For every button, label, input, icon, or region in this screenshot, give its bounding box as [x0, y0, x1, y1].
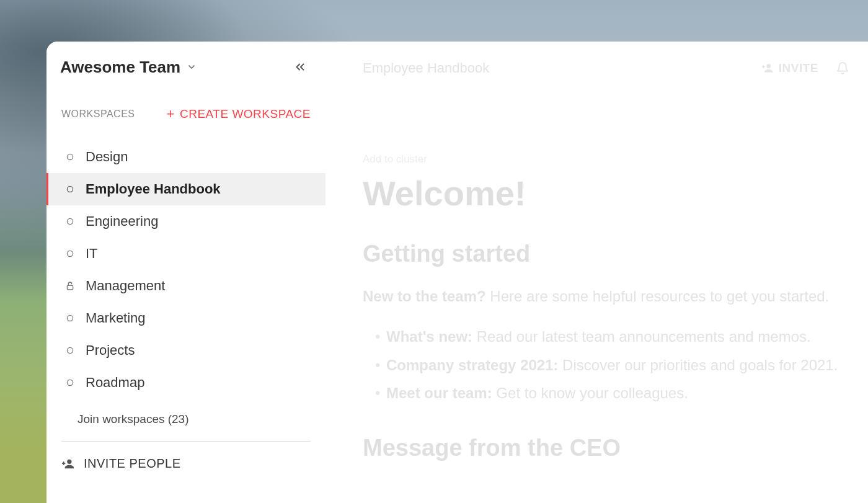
section-heading-getting-started: Getting started: [363, 241, 849, 267]
workspace-item-engineering[interactable]: Engineering: [46, 205, 326, 238]
workspace-item-roadmap[interactable]: Roadmap: [46, 367, 326, 399]
list-item-text[interactable]: Get to know your colleagues.: [492, 385, 688, 401]
workspace-label: Marketing: [86, 310, 146, 326]
top-bar: Employee Handbook INVITE: [363, 51, 849, 85]
join-workspaces-text: Join workspaces (23): [78, 412, 189, 425]
workspace-item-employee-handbook[interactable]: Employee Handbook: [46, 173, 326, 205]
invite-button[interactable]: INVITE: [761, 61, 818, 75]
top-actions: INVITE: [761, 61, 849, 75]
list-item-text[interactable]: Read our latest team announcements and m…: [472, 328, 811, 345]
list-item-lead: Meet our team:: [386, 385, 492, 401]
collapse-sidebar-button[interactable]: [290, 56, 311, 78]
team-name: Awesome Team: [60, 58, 180, 77]
workspace-label: Projects: [86, 342, 135, 358]
intro-bold: New to the team?: [363, 288, 486, 305]
svg-point-8: [67, 459, 71, 463]
main-content: Employee Handbook INVITE: [326, 42, 868, 503]
add-to-cluster-button[interactable]: Add to cluster: [363, 153, 849, 166]
invite-people-label: INVITE PEOPLE: [84, 456, 181, 471]
svg-point-1: [67, 186, 73, 192]
workspace-list: Design Employee Handbook Engineering IT: [46, 141, 326, 399]
lock-icon: [64, 280, 76, 292]
circle-icon: [64, 216, 76, 227]
workspace-label: Roadmap: [86, 375, 144, 391]
circle-icon: [64, 151, 76, 162]
join-workspaces-link[interactable]: Join workspaces (23): [46, 403, 326, 437]
workspace-label: IT: [86, 246, 98, 262]
workspaces-bar: WORKSPACES + CREATE WORKSPACE: [46, 89, 326, 128]
list-item: What's new: Read our latest team announc…: [375, 323, 849, 351]
chevron-down-icon: [187, 62, 197, 72]
notifications-button[interactable]: [836, 61, 849, 75]
team-switcher[interactable]: Awesome Team: [60, 58, 197, 77]
person-add-icon: [761, 62, 774, 74]
bell-icon: [836, 61, 849, 75]
workspace-label: Employee Handbook: [86, 181, 221, 197]
svg-rect-4: [67, 285, 73, 290]
workspace-label: Management: [86, 278, 165, 294]
workspace-item-it[interactable]: IT: [46, 238, 326, 270]
breadcrumb[interactable]: Employee Handbook: [363, 60, 489, 76]
document: Add to cluster Welcome! Getting started …: [363, 85, 849, 461]
svg-point-0: [67, 154, 73, 159]
intro-paragraph: New to the team? Here are some helpful r…: [363, 285, 849, 308]
workspace-item-projects[interactable]: Projects: [46, 334, 326, 367]
svg-point-5: [67, 315, 73, 321]
svg-point-6: [67, 347, 73, 353]
circle-icon: [64, 184, 76, 195]
circle-icon: [64, 248, 76, 259]
workspace-label: Engineering: [86, 213, 158, 229]
list-item: Company strategy 2021: Discover our prio…: [375, 351, 849, 380]
workspace-label: Design: [86, 149, 128, 165]
plus-icon: +: [167, 107, 175, 121]
svg-point-2: [67, 218, 73, 224]
svg-point-9: [766, 64, 771, 68]
workspace-item-marketing[interactable]: Marketing: [46, 302, 326, 334]
list-item-text[interactable]: Discover our priorities and goals for 20…: [558, 357, 838, 373]
circle-icon: [64, 377, 76, 388]
sidebar-header: Awesome Team: [46, 49, 326, 89]
invite-label: INVITE: [779, 61, 818, 75]
main-area: Employee Handbook INVITE: [326, 42, 868, 503]
workspace-item-management[interactable]: Management: [46, 270, 326, 302]
intro-rest: Here are some helpful resources to get y…: [486, 288, 830, 305]
sidebar: Awesome Team WORKSPACES + CREATE WORKSPA…: [46, 42, 326, 503]
list-item-lead: What's new:: [386, 328, 472, 345]
workspace-item-design[interactable]: Design: [46, 141, 326, 173]
list-item: Meet our team: Get to know your colleagu…: [375, 379, 849, 407]
document-title: Welcome!: [363, 173, 849, 213]
section-heading-ceo-message: Message from the CEO: [363, 435, 849, 461]
circle-icon: [64, 345, 76, 356]
getting-started-list: What's new: Read our latest team announc…: [363, 323, 849, 407]
svg-point-3: [67, 251, 73, 256]
invite-people-button[interactable]: INVITE PEOPLE: [46, 445, 326, 482]
divider: [61, 441, 311, 442]
create-workspace-label: CREATE WORKSPACE: [180, 107, 311, 121]
circle-icon: [64, 313, 76, 324]
app-window: Awesome Team WORKSPACES + CREATE WORKSPA…: [46, 42, 868, 503]
create-workspace-button[interactable]: + CREATE WORKSPACE: [167, 107, 311, 121]
workspaces-heading: WORKSPACES: [61, 109, 135, 120]
svg-point-7: [67, 380, 73, 385]
list-item-lead: Company strategy 2021:: [386, 357, 558, 373]
person-add-icon: [61, 457, 75, 471]
